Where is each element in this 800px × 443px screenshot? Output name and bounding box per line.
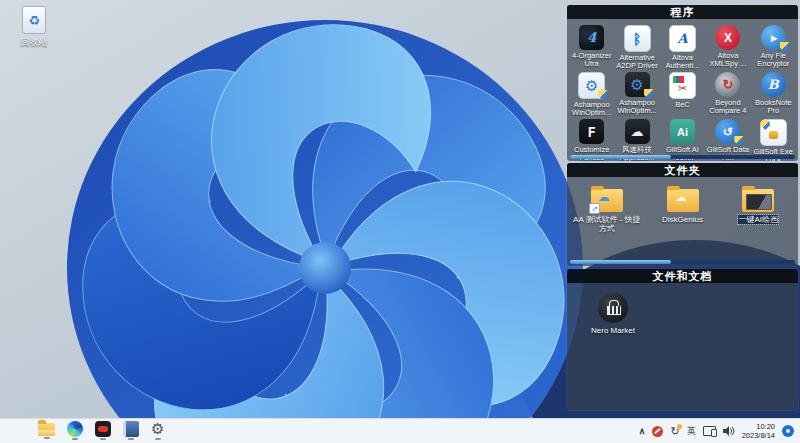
- taskbar-apps: ⚙: [0, 419, 164, 443]
- edge-browser-icon: [67, 421, 83, 437]
- sync-update-icon[interactable]: ↻: [670, 426, 679, 437]
- app-label: BeC: [675, 101, 690, 109]
- app-label: Beyond Compare 4: [705, 99, 750, 116]
- settings-gear-icon: ⚙: [151, 421, 164, 437]
- folder-label: AA 测试软件 - 快捷方式: [573, 215, 641, 233]
- devices-monitor-icon[interactable]: [703, 426, 716, 436]
- nero-market-basket-icon: [598, 293, 628, 323]
- speaker-volume-icon[interactable]: [723, 426, 735, 436]
- clock-datetime[interactable]: 10:20 2023/8/14: [742, 422, 775, 441]
- app-shortcut-4-organizer[interactable]: 4-Organizer Utra: [569, 22, 614, 69]
- running-indicator: [72, 438, 78, 440]
- recycle-bin-shortcut[interactable]: 回收站: [8, 6, 60, 49]
- notification-badge-icon[interactable]: [782, 425, 794, 437]
- folder-label-selected: 一键AI绘画: [738, 215, 778, 224]
- altova-authentic-icon: [669, 25, 696, 52]
- fence-folders-header[interactable]: 文件夹: [567, 163, 798, 177]
- tray-chevron-up-icon[interactable]: ∧: [639, 427, 646, 436]
- reader-app-icon: [123, 421, 139, 437]
- clock-time: 10:20: [756, 422, 775, 431]
- fence-files-title: 文件和文档: [653, 269, 713, 284]
- folders-row: ➚ AA 测试软件 - 快捷方式 DiskGenius 一键AI绘画: [567, 177, 798, 233]
- folder-diskgenius[interactable]: DiskGenius: [649, 185, 717, 233]
- app-shortcut-xmlspy[interactable]: Altova XMLSpy ...: [705, 22, 750, 69]
- start-button[interactable]: [10, 421, 26, 440]
- programs-scrollbar[interactable]: [570, 155, 795, 159]
- files-body: Nero Market: [567, 283, 798, 335]
- app-shortcut-altova-authentic[interactable]: Altova Authenti...: [660, 22, 705, 69]
- app-label: Altova XMLSpy ...: [705, 52, 750, 69]
- running-indicator: [155, 438, 161, 440]
- taskbar-reader-app[interactable]: [123, 421, 139, 440]
- fence-folders-title: 文件夹: [665, 163, 701, 178]
- folder-image-icon: [742, 189, 774, 212]
- app-label: Ashampoo WinOptim...: [615, 99, 660, 116]
- folder-label: DiskGenius: [662, 215, 703, 224]
- file-nero-market[interactable]: Nero Market: [579, 293, 647, 335]
- recycle-bin-icon: [22, 6, 46, 34]
- running-indicator: [100, 438, 106, 440]
- file-label: Nero Market: [591, 326, 635, 335]
- system-tray: ∧ ↻ 英 10:20 2023/8/14: [639, 419, 794, 443]
- fence-files-header[interactable]: 文件和文档: [567, 269, 798, 283]
- app-label: Altova Authenti...: [660, 54, 705, 69]
- exe-lock-icon: [760, 119, 787, 146]
- taskbar-settings[interactable]: ⚙: [151, 421, 164, 440]
- windows-start-icon: [10, 421, 26, 437]
- clock-date: 2023/8/14: [742, 431, 775, 440]
- app-label: Ashampoo WinOptim...: [569, 101, 614, 116]
- encryptor-icon: [761, 25, 786, 50]
- fence-programs-header[interactable]: 程序: [567, 5, 798, 19]
- fence-folders: 文件夹 ➚ AA 测试软件 - 快捷方式 DiskGenius 一键AI绘画: [567, 163, 798, 266]
- organizer-icon: [579, 25, 604, 50]
- fence-programs-title: 程序: [671, 5, 695, 20]
- app-shortcut-booksnote[interactable]: BooksNote Pro: [751, 69, 796, 116]
- folder-icon: [667, 189, 699, 212]
- taskbar-edge[interactable]: [67, 421, 83, 440]
- bluetooth-driver-icon: [624, 25, 651, 52]
- cloud-app-icon: [625, 119, 650, 144]
- app-shortcut-winoptimizer-1[interactable]: Ashampoo WinOptim...: [569, 69, 614, 116]
- fences-icon: [579, 119, 604, 144]
- app-label: Any Fie Encryptor: [751, 52, 796, 69]
- app-shortcut-encryptor[interactable]: Any Fie Encryptor: [751, 22, 796, 69]
- folder-aa-test-shortcut[interactable]: ➚ AA 测试软件 - 快捷方式: [573, 185, 641, 233]
- programs-grid: 4-Organizer Utra Alternative A2DP Driver…: [567, 19, 798, 161]
- xmlspy-icon: [715, 25, 740, 50]
- app-shortcut-beyond-compare[interactable]: Beyond Compare 4: [705, 69, 750, 116]
- recycle-bin-label: 回收站: [8, 36, 60, 49]
- media-app-icon: [95, 421, 111, 437]
- winoptimizer-light-icon: [578, 72, 605, 99]
- app-label: Alternative A2DP Driver: [615, 54, 660, 69]
- fence-files: 文件和文档 Nero Market: [567, 269, 798, 410]
- app-shortcut-winoptimizer-2[interactable]: Ashampoo WinOptim...: [614, 69, 659, 116]
- running-indicator: [128, 438, 134, 440]
- app-shortcut-a2dp-driver[interactable]: Alternative A2DP Driver: [614, 22, 659, 69]
- data-recovery-icon: [715, 119, 740, 144]
- bec-scissors-icon: [669, 72, 696, 99]
- taskbar: ⚙ ∧ ↻ 英 10:20 2023/8/14: [0, 418, 800, 443]
- winoptimizer-dark-icon: [625, 72, 650, 97]
- app-shortcut-bec[interactable]: BeC: [660, 69, 705, 116]
- ai-toolkit-icon: [670, 119, 695, 144]
- folder-shortcut-icon: ➚: [591, 189, 623, 212]
- blocked-status-icon[interactable]: [652, 426, 663, 437]
- taskbar-media-app[interactable]: [95, 421, 111, 440]
- beyond-compare-icon: [715, 72, 740, 97]
- booksnote-icon: [761, 72, 786, 97]
- app-label: BooksNote Pro: [751, 99, 796, 116]
- app-label: 4-Organizer Utra: [569, 52, 614, 69]
- running-indicator: [44, 437, 50, 439]
- file-explorer-icon: [38, 423, 55, 436]
- shortcut-arrow-icon: ➚: [589, 203, 600, 214]
- fence-programs: 程序 4-Organizer Utra Alternative A2DP Dri…: [567, 5, 798, 161]
- ime-language-indicator[interactable]: 英: [687, 427, 696, 436]
- taskbar-file-explorer[interactable]: [38, 421, 55, 439]
- basket-glyph: [607, 306, 621, 315]
- folder-ai-paint[interactable]: 一键AI绘画: [724, 185, 792, 233]
- folders-scrollbar[interactable]: [570, 260, 795, 264]
